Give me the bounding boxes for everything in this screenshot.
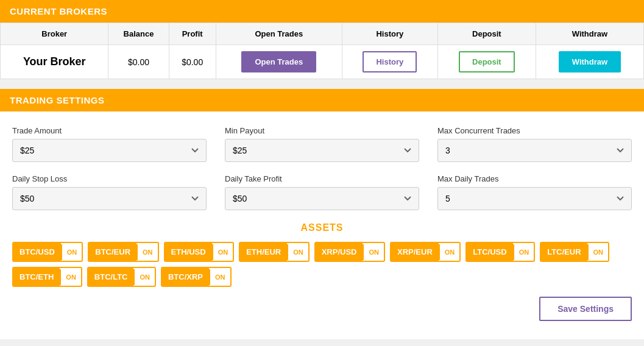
trading-settings-body: Trade Amount $25 Min Payout $25 Max Conc… — [0, 111, 644, 339]
max-concurrent-trades-select[interactable]: 3 — [437, 139, 632, 162]
daily-take-profit-group: Daily Take Profit $50 — [225, 174, 419, 210]
asset-button[interactable]: XRP/EURON — [390, 242, 461, 262]
asset-toggle[interactable]: ON — [287, 244, 308, 260]
col-profit: Profit — [169, 23, 216, 45]
trade-amount-label: Trade Amount — [12, 126, 207, 135]
broker-name: Your Broker — [23, 55, 86, 68]
daily-take-profit-label: Daily Take Profit — [225, 174, 419, 183]
asset-toggle[interactable]: ON — [212, 244, 233, 260]
asset-label: XRP/EUR — [391, 243, 439, 261]
assets-grid: BTC/USDONBTC/EURONETH/USDONETH/EURONXRP/… — [12, 242, 632, 287]
asset-button[interactable]: LTC/EURON — [540, 242, 609, 262]
asset-toggle[interactable]: ON — [61, 244, 82, 260]
asset-label: ETH/EUR — [240, 243, 287, 261]
broker-name-cell: Your Broker — [1, 45, 108, 79]
col-deposit: Deposit — [437, 23, 536, 45]
assets-section: ASSETS BTC/USDONBTC/EURONETH/USDONETH/EU… — [12, 222, 632, 287]
open-trades-button[interactable]: Open Trades — [241, 51, 316, 72]
max-concurrent-trades-group: Max Concurrent Trades 3 — [437, 126, 632, 162]
daily-stop-loss-select[interactable]: $50 — [12, 187, 207, 210]
trade-amount-group: Trade Amount $25 — [12, 126, 207, 162]
trading-settings-section: TRADING SETTINGS Trade Amount $25 Min Pa… — [0, 89, 644, 339]
asset-toggle[interactable]: ON — [439, 244, 460, 260]
col-broker: Broker — [1, 23, 108, 45]
current-brokers-header: CURRENT BROKERS — [0, 0, 644, 23]
daily-take-profit-select[interactable]: $50 — [225, 187, 419, 210]
min-payout-group: Min Payout $25 — [225, 126, 419, 162]
history-cell: History — [342, 45, 437, 79]
trading-settings-header: TRADING SETTINGS — [0, 89, 644, 111]
asset-label: ETH/USD — [165, 243, 212, 261]
col-withdraw: Withdraw — [536, 23, 643, 45]
save-row: Save Settings — [12, 297, 632, 327]
settings-row-2: Daily Stop Loss $50 Daily Take Profit $5… — [12, 174, 632, 210]
save-settings-button[interactable]: Save Settings — [539, 297, 632, 321]
withdraw-cell: Withdraw — [536, 45, 643, 79]
max-concurrent-trades-label: Max Concurrent Trades — [437, 126, 632, 135]
col-balance: Balance — [108, 23, 169, 45]
withdraw-button[interactable]: Withdraw — [559, 51, 621, 72]
current-brokers-section: CURRENT BROKERS Broker Balance Profit Op… — [0, 0, 644, 79]
deposit-cell: Deposit — [437, 45, 536, 79]
asset-label: BTC/ETH — [13, 268, 60, 286]
asset-button[interactable]: BTC/LTCON — [87, 267, 156, 287]
asset-button[interactable]: BTC/ETHON — [12, 267, 82, 287]
history-button[interactable]: History — [363, 51, 417, 72]
asset-toggle[interactable]: ON — [513, 244, 534, 260]
asset-toggle[interactable]: ON — [587, 244, 609, 260]
asset-toggle[interactable]: ON — [60, 269, 81, 285]
asset-button[interactable]: BTC/EURON — [88, 242, 158, 262]
assets-title: ASSETS — [12, 222, 632, 233]
asset-toggle[interactable]: ON — [136, 244, 158, 260]
balance-cell: $0.00 — [108, 45, 169, 79]
max-daily-trades-select[interactable]: 5 — [437, 187, 632, 210]
table-row: Your Broker $0.00 $0.00 Open Trades Hist… — [1, 45, 644, 79]
asset-button[interactable]: XRP/USDON — [314, 242, 385, 262]
asset-toggle[interactable]: ON — [133, 269, 155, 285]
max-daily-trades-group: Max Daily Trades 5 — [437, 174, 632, 210]
asset-label: BTC/EUR — [89, 243, 136, 261]
col-open-trades: Open Trades — [216, 23, 342, 45]
min-payout-label: Min Payout — [225, 126, 419, 135]
asset-toggle[interactable]: ON — [363, 244, 384, 260]
asset-label: BTC/XRP — [162, 268, 209, 286]
asset-label: BTC/LTC — [88, 268, 134, 286]
profit-cell: $0.00 — [169, 45, 216, 79]
max-daily-trades-label: Max Daily Trades — [437, 174, 632, 183]
asset-button[interactable]: LTC/USDON — [465, 242, 535, 262]
asset-label: XRP/USD — [316, 243, 363, 261]
asset-button[interactable]: ETH/USDON — [164, 242, 235, 262]
settings-row-1: Trade Amount $25 Min Payout $25 Max Conc… — [12, 126, 632, 162]
trade-amount-select[interactable]: $25 — [12, 139, 207, 162]
asset-label: BTC/USD — [13, 243, 61, 261]
daily-stop-loss-group: Daily Stop Loss $50 — [12, 174, 207, 210]
asset-toggle[interactable]: ON — [209, 269, 230, 285]
asset-button[interactable]: BTC/USDON — [12, 242, 83, 262]
open-trades-cell: Open Trades — [216, 45, 342, 79]
col-history: History — [342, 23, 437, 45]
brokers-table: Broker Balance Profit Open Trades Histor… — [0, 23, 644, 79]
daily-stop-loss-label: Daily Stop Loss — [12, 174, 207, 183]
min-payout-select[interactable]: $25 — [225, 139, 419, 162]
asset-button[interactable]: ETH/EURON — [239, 242, 310, 262]
asset-label: LTC/EUR — [541, 243, 587, 261]
deposit-button[interactable]: Deposit — [459, 51, 515, 72]
asset-button[interactable]: BTC/XRPON — [161, 267, 232, 287]
asset-label: LTC/USD — [467, 243, 512, 261]
